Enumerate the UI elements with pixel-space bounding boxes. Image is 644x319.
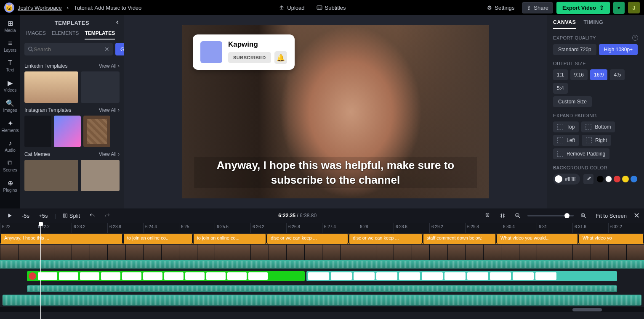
- tool-layers[interactable]: ≡Layers: [4, 38, 16, 54]
- split-button[interactable]: Split: [60, 211, 82, 220]
- ruler-tick[interactable]: 6:25: [179, 223, 215, 233]
- pad-bottom[interactable]: Bottom: [581, 121, 615, 132]
- video-track[interactable]: [0, 245, 644, 260]
- user-avatar[interactable]: J: [628, 2, 640, 13]
- subscribe-overlay[interactable]: Kapwing SUBSCRIBED 🔔: [193, 34, 295, 70]
- undo-button[interactable]: [87, 211, 98, 220]
- upload-button[interactable]: Upload: [274, 3, 309, 13]
- redo-button[interactable]: [102, 211, 113, 220]
- caption-clip[interactable]: disc or we can keep ...: [266, 234, 349, 244]
- ratio-option[interactable]: 5:4: [553, 83, 568, 94]
- ruler-tick[interactable]: 6:26.2: [250, 223, 286, 233]
- template-thumb[interactable]: [54, 116, 81, 147]
- music-track[interactable]: [3, 295, 641, 306]
- ratio-option[interactable]: 4:5: [610, 69, 625, 80]
- magnet-button[interactable]: [482, 211, 493, 220]
- search-input-wrap[interactable]: ✕: [24, 43, 113, 55]
- ruler-tick[interactable]: 6:23.8: [107, 223, 143, 233]
- template-thumb[interactable]: [81, 160, 120, 191]
- export-dropdown[interactable]: ▾: [613, 2, 625, 14]
- fit-to-screen-button[interactable]: Fit to Screen: [593, 211, 629, 220]
- timeline-scrollbar[interactable]: [0, 307, 644, 312]
- workspace-avatar[interactable]: 🐱: [4, 3, 14, 13]
- tool-scenes[interactable]: ⧉Scenes: [3, 158, 17, 174]
- ruler-tick[interactable]: 6:22: [0, 223, 36, 233]
- clear-search-button[interactable]: ✕: [104, 46, 109, 53]
- pad-right[interactable]: Right: [582, 135, 611, 146]
- ruler-tick[interactable]: 6:31.6: [572, 223, 608, 233]
- overlay-track[interactable]: [0, 271, 644, 283]
- ruler-tick[interactable]: 6:29.2: [429, 223, 465, 233]
- share-button[interactable]: ⇪ Share: [522, 2, 553, 13]
- color-preset[interactable]: [597, 176, 604, 182]
- forward-5s-button[interactable]: +5s: [36, 211, 50, 220]
- color-value[interactable]: #ffffff: [553, 174, 580, 185]
- play-button[interactable]: [4, 211, 15, 220]
- overlay-clip[interactable]: [27, 271, 305, 281]
- ruler-tick[interactable]: 6:23.2: [72, 223, 107, 233]
- overlay-clip[interactable]: [306, 271, 617, 281]
- help-icon[interactable]: ?: [632, 35, 638, 41]
- tab-images[interactable]: IMAGES: [26, 30, 46, 40]
- color-preset[interactable]: [631, 176, 637, 182]
- zoom-slider[interactable]: [527, 215, 574, 216]
- ratio-option[interactable]: 16:9: [590, 69, 607, 80]
- video-canvas[interactable]: Kapwing SUBSCRIBED 🔔 Anyway, I hope this…: [182, 25, 489, 198]
- ruler-tick[interactable]: 6:30.4: [501, 223, 537, 233]
- ruler-tick[interactable]: 6:29.8: [465, 223, 501, 233]
- color-preset[interactable]: [605, 176, 612, 182]
- rtab-timing[interactable]: TIMING: [584, 19, 604, 29]
- back-5s-button[interactable]: -5s: [19, 211, 32, 220]
- settings-button[interactable]: ⚙ Settings: [483, 3, 519, 13]
- ruler-tick[interactable]: 6:28: [358, 223, 394, 233]
- eyedropper-button[interactable]: [583, 174, 593, 184]
- tool-images[interactable]: 🔍Images: [3, 98, 17, 114]
- tool-plugins[interactable]: ⊕Plugins: [3, 177, 17, 194]
- pad-left[interactable]: Left: [553, 135, 579, 146]
- zoom-in-button[interactable]: [578, 211, 589, 220]
- rtab-canvas[interactable]: CANVAS: [553, 19, 576, 29]
- template-thumb[interactable]: [24, 116, 51, 147]
- view-all-link[interactable]: View All ›: [99, 107, 120, 113]
- ruler-tick[interactable]: 6:25.6: [215, 223, 250, 233]
- tab-elements[interactable]: ELEMENTS: [52, 30, 79, 40]
- tool-elements[interactable]: ✦Elements: [1, 118, 19, 134]
- tool-videos[interactable]: ▶Videos: [4, 77, 16, 94]
- caption-clip[interactable]: disc or we can keep ...: [349, 234, 422, 244]
- color-preset[interactable]: [622, 176, 629, 182]
- audio-clip[interactable]: [27, 285, 617, 292]
- view-all-link[interactable]: View All ›: [99, 63, 120, 69]
- subtitles-button[interactable]: Subtitles: [312, 3, 350, 13]
- view-all-link[interactable]: View All ›: [99, 151, 120, 157]
- ruler-tick[interactable]: 6:24.4: [143, 223, 179, 233]
- tab-templates[interactable]: TEMPLATES: [85, 30, 115, 40]
- tool-audio[interactable]: ♪Audio: [5, 138, 16, 154]
- color-preset[interactable]: [614, 176, 620, 182]
- close-timeline-button[interactable]: ✕: [633, 211, 640, 220]
- caption-clip[interactable]: Anyway, I hope this ...: [0, 234, 123, 244]
- template-thumb[interactable]: [83, 116, 110, 147]
- collapse-panel-button[interactable]: [114, 19, 120, 25]
- template-thumb[interactable]: [24, 71, 78, 103]
- ratio-option[interactable]: 9:16: [570, 69, 588, 80]
- trim-button[interactable]: [497, 211, 508, 220]
- ratio-option[interactable]: 1:1: [553, 69, 568, 80]
- ruler-tick[interactable]: 6:28.6: [394, 223, 429, 233]
- pad-top[interactable]: Top: [553, 121, 579, 132]
- remove-padding-button[interactable]: Remove Padding: [553, 148, 609, 159]
- audio-waveform-track[interactable]: [0, 260, 644, 269]
- tool-media[interactable]: ⊞Media: [4, 18, 16, 34]
- workspace-link[interactable]: Josh's Workspace: [18, 5, 62, 11]
- playhead[interactable]: [40, 223, 41, 319]
- ruler-tick[interactable]: 6:32.2: [608, 223, 644, 233]
- search-input[interactable]: [34, 46, 104, 53]
- caption-clip[interactable]: What video you would...: [496, 234, 578, 244]
- template-thumb[interactable]: [81, 71, 120, 103]
- template-thumb[interactable]: [24, 160, 78, 191]
- bell-icon[interactable]: 🔔: [274, 51, 287, 64]
- tool-text[interactable]: TText: [6, 58, 14, 74]
- export-button[interactable]: Export Video ⇧: [556, 2, 610, 14]
- quality-option[interactable]: Standard 720p: [553, 44, 596, 55]
- caption-clip[interactable]: to join an online co...: [123, 234, 193, 244]
- caption-clip[interactable]: to join an online co...: [193, 234, 266, 244]
